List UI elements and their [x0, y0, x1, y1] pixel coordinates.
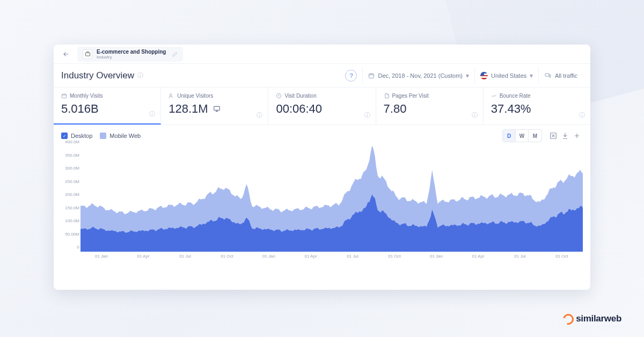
legend-mobile-web[interactable]: Mobile Web: [100, 133, 141, 139]
chart-legend: ✓ Desktop Mobile Web: [61, 133, 141, 139]
y-tick: 100.0M: [65, 218, 79, 223]
info-icon[interactable]: ⓘ: [149, 110, 155, 118]
checkbox-icon: [100, 133, 106, 139]
y-tick: 50.00M: [65, 231, 79, 236]
svg-point-5: [170, 94, 172, 96]
edit-icon[interactable]: [172, 52, 178, 57]
export-excel-button[interactable]: [547, 130, 559, 142]
kpi-monthly-visits[interactable]: Monthly Visits 5.016B ⓘ: [54, 87, 161, 124]
logo-mark-icon: [563, 314, 573, 324]
kpi-unique-visitors[interactable]: Unique Visitors 128.1M ⓘ: [161, 87, 268, 124]
checkbox-icon: ✓: [61, 133, 68, 139]
legend-desktop[interactable]: ✓ Desktop: [61, 133, 92, 139]
back-button[interactable]: [59, 47, 73, 61]
y-tick: 350.0M: [65, 152, 79, 157]
chart-toolbar: ✓ Desktop Mobile Web D W M: [54, 125, 590, 146]
calendar-icon: [61, 93, 67, 99]
x-tick: 01 Jan: [95, 254, 108, 259]
country-label: United States: [491, 72, 526, 79]
info-icon[interactable]: ⓘ: [472, 111, 478, 119]
info-icon[interactable]: ⓘ: [257, 111, 262, 119]
traffic-chart: 050.00M100.0M150.0M200.0M250.0M300.0M350…: [80, 146, 583, 265]
svg-rect-4: [62, 94, 66, 98]
x-tick: 01 Jul: [514, 254, 525, 259]
kpi-bounce-rate[interactable]: Bounce Rate 37.43% ⓘ: [484, 87, 590, 124]
x-tick: 01 Jul: [347, 254, 358, 259]
chart-plot: [80, 146, 583, 252]
us-flag-icon: [480, 72, 488, 79]
info-icon[interactable]: ⓘ: [364, 111, 370, 119]
brand-name: similarweb: [576, 313, 621, 324]
granularity-month[interactable]: M: [529, 130, 541, 142]
dashboard-panel: E-commerce and Shopping Industry Industr…: [54, 45, 590, 290]
traffic-selector[interactable]: All traffic: [538, 68, 583, 84]
desktop-icon: [213, 105, 221, 113]
svg-rect-2: [545, 74, 549, 76]
date-range-selector[interactable]: Dec, 2018 - Nov, 2021 (Custom) ▾: [362, 68, 474, 84]
breadcrumb-bar: E-commerce and Shopping Industry: [54, 45, 590, 64]
kpi-visit-duration[interactable]: Visit Duration 00:06:40 ⓘ: [268, 87, 376, 124]
clock-icon: [276, 93, 282, 99]
breadcrumb-sublabel: Industry: [97, 55, 166, 60]
x-axis: 01 Jan01 Apr01 Jul01 Oct01 Jan01 Apr01 J…: [80, 254, 583, 265]
brand-logo: similarweb: [563, 313, 621, 324]
pages-icon: [384, 93, 390, 99]
x-tick: 01 Apr: [137, 254, 149, 259]
x-tick: 01 Jan: [430, 254, 443, 259]
devices-icon: [544, 72, 552, 79]
y-tick: 200.0M: [65, 192, 79, 197]
granularity-toggle: D W M: [502, 129, 542, 142]
svg-rect-6: [214, 106, 219, 110]
breadcrumb-category: E-commerce and Shopping: [97, 49, 166, 55]
granularity-day[interactable]: D: [503, 130, 516, 142]
y-tick: 150.0M: [65, 205, 79, 210]
info-icon[interactable]: ⓘ: [579, 111, 585, 119]
page-title: Industry Overview: [61, 70, 134, 81]
svg-rect-0: [85, 53, 90, 56]
info-icon[interactable]: ⓘ: [137, 71, 143, 79]
kpi-pages-per-visit[interactable]: Pages Per Visit 7.80 ⓘ: [376, 87, 484, 124]
y-tick: 0: [77, 245, 79, 250]
x-tick: 01 Oct: [388, 254, 401, 259]
y-axis: 050.00M100.0M150.0M200.0M250.0M300.0M350…: [58, 146, 79, 252]
x-tick: 01 Jul: [179, 254, 191, 259]
help-button[interactable]: ?: [345, 70, 357, 82]
svg-rect-1: [369, 74, 374, 78]
traffic-label: All traffic: [555, 72, 577, 79]
add-button[interactable]: [571, 130, 583, 142]
x-tick: 01 Oct: [221, 254, 233, 259]
x-tick: 01 Oct: [555, 254, 568, 259]
date-range-label: Dec, 2018 - Nov, 2021 (Custom): [378, 72, 463, 79]
y-tick: 250.0M: [65, 179, 79, 184]
country-selector[interactable]: United States ▾: [474, 68, 538, 84]
kpi-row: Monthly Visits 5.016B ⓘ Unique Visitors …: [54, 87, 590, 125]
y-tick: 400.0M: [65, 140, 79, 144]
x-tick: 01 Apr: [304, 254, 317, 259]
header-row: Industry Overview ⓘ ? Dec, 2018 - Nov, 2…: [54, 64, 590, 87]
users-icon: [169, 93, 174, 99]
x-tick: 01 Jan: [262, 254, 275, 259]
breadcrumb[interactable]: E-commerce and Shopping Industry: [77, 47, 183, 62]
chevron-down-icon: ▾: [530, 72, 533, 79]
x-tick: 01 Apr: [472, 254, 484, 259]
calendar-icon: [368, 72, 375, 79]
svg-rect-3: [550, 75, 551, 77]
download-button[interactable]: [559, 130, 571, 142]
industry-icon: [83, 49, 92, 59]
bounce-icon: [491, 93, 497, 99]
chevron-down-icon: ▾: [466, 72, 469, 79]
y-tick: 300.0M: [65, 166, 79, 171]
granularity-week[interactable]: W: [516, 130, 529, 142]
